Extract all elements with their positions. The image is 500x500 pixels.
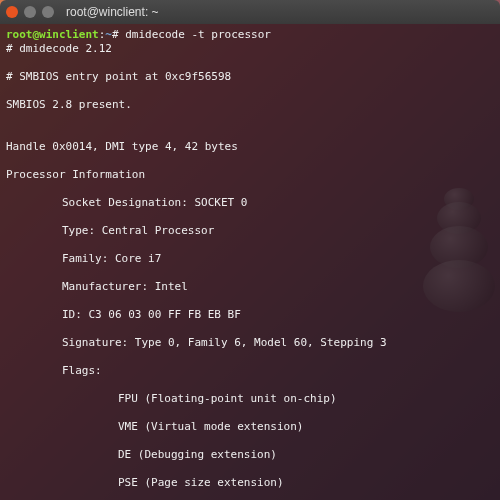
output-field: Type: Central Processor: [6, 224, 494, 238]
output-field: Family: Core i7: [6, 252, 494, 266]
output-flag: DE (Debugging extension): [6, 448, 494, 462]
minimize-icon[interactable]: [24, 6, 36, 18]
output-line: Handle 0x0014, DMI type 4, 42 bytes: [6, 140, 494, 154]
output-line: # dmidecode 2.12: [6, 42, 494, 56]
output-line: Processor Information: [6, 168, 494, 182]
output-field: ID: C3 06 03 00 FF FB EB BF: [6, 308, 494, 322]
prompt-user: root@winclient: [6, 28, 99, 41]
output-field: Flags:: [6, 364, 494, 378]
output-flag: PSE (Page size extension): [6, 476, 494, 490]
command-text: dmidecode -t processor: [125, 28, 271, 41]
output-flag: VME (Virtual mode extension): [6, 420, 494, 434]
close-icon[interactable]: [6, 6, 18, 18]
terminal-body[interactable]: root@winclient:~# dmidecode -t processor…: [0, 24, 500, 500]
output-field: Signature: Type 0, Family 6, Model 60, S…: [6, 336, 494, 350]
prompt-symbol: #: [112, 28, 119, 41]
window-title: root@winclient: ~: [66, 5, 159, 19]
titlebar[interactable]: root@winclient: ~: [0, 0, 500, 24]
maximize-icon[interactable]: [42, 6, 54, 18]
output-line: # SMBIOS entry point at 0xc9f56598: [6, 70, 494, 84]
output-field: Socket Designation: SOCKET 0: [6, 196, 494, 210]
output-line: SMBIOS 2.8 present.: [6, 98, 494, 112]
terminal-window: root@winclient: ~ root@winclient:~# dmid…: [0, 0, 500, 500]
output-flag: FPU (Floating-point unit on-chip): [6, 392, 494, 406]
output-field: Manufacturer: Intel: [6, 280, 494, 294]
prompt-path: ~: [105, 28, 112, 41]
